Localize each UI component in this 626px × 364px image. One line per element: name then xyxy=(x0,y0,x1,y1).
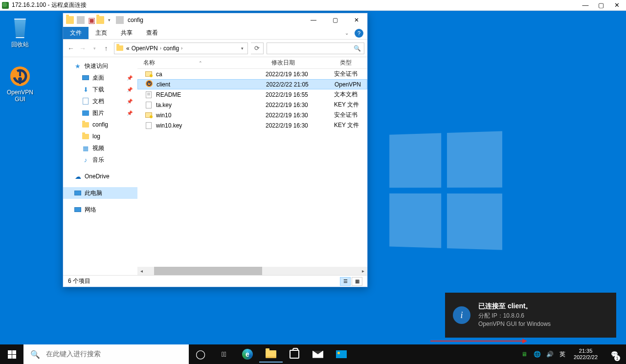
rdp-title: 172.16.2.100 - 远程桌面连接 xyxy=(12,1,582,9)
qat-properties-icon[interactable]: ▣ xyxy=(88,16,95,24)
view-large-button[interactable]: ▦ xyxy=(352,277,362,286)
edge-icon xyxy=(242,349,253,360)
nav-up-icon[interactable]: ↑ xyxy=(101,43,111,53)
nav-quick-access[interactable]: ★快速访问 xyxy=(63,60,137,72)
navigation-pane[interactable]: ★快速访问 桌面📌 ⬇下载📌 文档📌 图片📌 config log ▦视频 ♪音… xyxy=(63,57,137,275)
file-date: 2022/2/19 16:30 xyxy=(266,112,334,119)
file-row[interactable]: win102022/2/19 16:30安全证书 xyxy=(137,110,367,120)
nav-documents[interactable]: 文档📌 xyxy=(63,95,137,107)
system-tray: 🖥 🌐 🔊 英 21:35 2022/2/22 💬 1 xyxy=(520,344,626,364)
breadcrumb-item[interactable]: OpenVPN xyxy=(132,45,158,52)
tray-ime[interactable]: 英 xyxy=(558,350,567,359)
cortana-button[interactable]: ◯ xyxy=(189,344,212,364)
desktop[interactable]: 回收站 OpenVPN GUI ▣ ▾ config — ▢ ✕ xyxy=(0,11,626,344)
rdp-titlebar: 172.16.2.100 - 远程桌面连接 — ▢ ✕ xyxy=(0,0,626,11)
nav-config[interactable]: config xyxy=(63,119,137,130)
taskbar-app-mail[interactable] xyxy=(306,344,330,364)
notification-toast[interactable]: i 已连接至 client。 分配 IP：10.8.0.6 OpenVPN GU… xyxy=(445,293,616,338)
task-view-button[interactable]: ⊞⃞ xyxy=(212,344,236,364)
file-list[interactable]: ca2022/2/19 16:30安全证书client2022/2/22 21:… xyxy=(137,69,367,267)
svg-rect-2 xyxy=(19,69,21,76)
file-date: 2022/2/22 21:05 xyxy=(266,81,335,88)
refresh-button[interactable]: ⟳ xyxy=(251,43,264,54)
file-date: 2022/2/19 16:30 xyxy=(266,71,334,78)
address-bar-row: ← → ▾ ↑ « OpenVPN › config › ▾ ⟳ 🔍 xyxy=(63,40,367,57)
maximize-button[interactable]: ▢ xyxy=(324,13,346,27)
horizontal-scrollbar[interactable]: ◂ ▸ xyxy=(137,267,367,275)
nav-music[interactable]: ♪音乐 xyxy=(63,154,137,166)
nav-back-icon[interactable]: ← xyxy=(66,43,76,53)
nav-desktop[interactable]: 桌面📌 xyxy=(63,72,137,84)
recycle-bin[interactable]: 回收站 xyxy=(2,18,38,48)
explorer-titlebar[interactable]: ▣ ▾ config — ▢ ✕ xyxy=(63,13,367,27)
explorer-window: ▣ ▾ config — ▢ ✕ 文件 主页 共享 查看 ⌄ ? ← xyxy=(63,13,368,287)
taskbar-app-explorer[interactable] xyxy=(259,344,283,364)
search-placeholder: 在此键入进行搜索 xyxy=(46,350,101,359)
col-name[interactable]: 名称⌃ xyxy=(137,59,266,67)
file-row[interactable]: README2022/2/19 16:55文本文档 xyxy=(137,89,367,100)
nav-videos[interactable]: ▦视频 xyxy=(63,142,137,154)
chevron-right-icon[interactable]: › xyxy=(181,45,182,51)
tab-home[interactable]: 主页 xyxy=(89,27,114,39)
taskbar-app-photos[interactable] xyxy=(330,344,353,364)
tab-view[interactable]: 查看 xyxy=(139,27,165,39)
close-button[interactable]: ✕ xyxy=(346,13,367,27)
search-input[interactable]: 🔍 xyxy=(267,43,364,54)
pc-icon xyxy=(74,189,82,197)
taskbar: 🔍 在此键入进行搜索 ◯ ⊞⃞ 🖥 🌐 🔊 英 21:35 2022/2/22 … xyxy=(0,344,626,364)
nav-downloads[interactable]: ⬇下载📌 xyxy=(63,84,137,95)
nav-recent-icon[interactable]: ▾ xyxy=(89,43,99,53)
file-row[interactable]: client2022/2/22 21:05OpenVPN xyxy=(137,79,367,89)
scrollbar-thumb[interactable] xyxy=(154,267,262,275)
file-row[interactable]: ta.key2022/2/19 16:30KEY 文件 xyxy=(137,100,367,110)
desktop-icon xyxy=(82,74,89,82)
file-row[interactable]: ca2022/2/19 16:30安全证书 xyxy=(137,69,367,79)
start-button[interactable] xyxy=(0,344,23,364)
scroll-left-icon[interactable]: ◂ xyxy=(137,267,146,275)
toast-line: 分配 IP：10.8.0.6 xyxy=(478,312,608,320)
file-row[interactable]: win10.key2022/2/19 16:30KEY 文件 xyxy=(137,120,367,130)
address-bar[interactable]: « OpenVPN › config › ▾ xyxy=(114,43,248,54)
col-type[interactable]: 类型 xyxy=(334,59,363,67)
taskbar-app-store[interactable] xyxy=(283,344,306,364)
tab-share[interactable]: 共享 xyxy=(114,27,139,39)
file-date: 2022/2/19 16:30 xyxy=(266,122,334,129)
breadcrumb-root[interactable]: « xyxy=(126,45,130,52)
mail-icon xyxy=(313,351,323,358)
address-dropdown-icon[interactable]: ▾ xyxy=(239,46,246,51)
minimize-button[interactable]: — xyxy=(582,1,589,9)
nav-pictures[interactable]: 图片📌 xyxy=(63,107,137,119)
col-date[interactable]: 修改日期 xyxy=(266,59,334,67)
tray-openvpn-icon[interactable]: 🖥 xyxy=(520,351,529,358)
breadcrumb-item[interactable]: config xyxy=(163,45,179,52)
file-list-pane: 名称⌃ 修改日期 类型 ca2022/2/19 16:30安全证书client2… xyxy=(137,57,367,275)
file-name: client xyxy=(156,81,266,88)
tab-file[interactable]: 文件 xyxy=(63,27,89,39)
taskbar-app-edge[interactable] xyxy=(236,344,259,364)
qat-newfolder-icon[interactable] xyxy=(96,16,104,24)
nav-network[interactable]: 网络 xyxy=(63,204,137,215)
taskbar-search[interactable]: 🔍 在此键入进行搜索 xyxy=(23,344,189,364)
view-details-button[interactable]: ☰ xyxy=(340,277,351,286)
recycle-bin-label: 回收站 xyxy=(2,41,38,48)
folder-icon xyxy=(266,350,276,358)
chevron-right-icon[interactable]: › xyxy=(160,45,161,51)
minimize-button[interactable]: — xyxy=(303,13,324,27)
nav-onedrive[interactable]: ☁OneDrive xyxy=(63,171,137,182)
tray-network-icon[interactable]: 🌐 xyxy=(533,351,541,358)
scroll-right-icon[interactable]: ▸ xyxy=(359,267,367,275)
nav-log[interactable]: log xyxy=(63,130,137,142)
tray-volume-icon[interactable]: 🔊 xyxy=(545,351,554,358)
maximize-button[interactable]: ▢ xyxy=(598,1,604,9)
ribbon-expand-icon[interactable]: ⌄ xyxy=(341,27,353,39)
help-icon[interactable]: ? xyxy=(355,29,363,38)
openvpn-gui-shortcut[interactable]: OpenVPN GUI xyxy=(2,65,38,103)
search-icon[interactable]: 🔍 xyxy=(354,45,361,52)
close-button[interactable]: ✕ xyxy=(613,1,620,9)
clock[interactable]: 21:35 2022/2/22 xyxy=(571,348,601,361)
action-center-button[interactable]: 💬 1 xyxy=(604,344,624,364)
folder-icon xyxy=(66,16,74,24)
qat-dropdown-icon[interactable]: ▾ xyxy=(105,16,113,24)
nav-forward-icon[interactable]: → xyxy=(78,43,88,53)
nav-this-pc[interactable]: 此电脑 xyxy=(63,187,137,199)
